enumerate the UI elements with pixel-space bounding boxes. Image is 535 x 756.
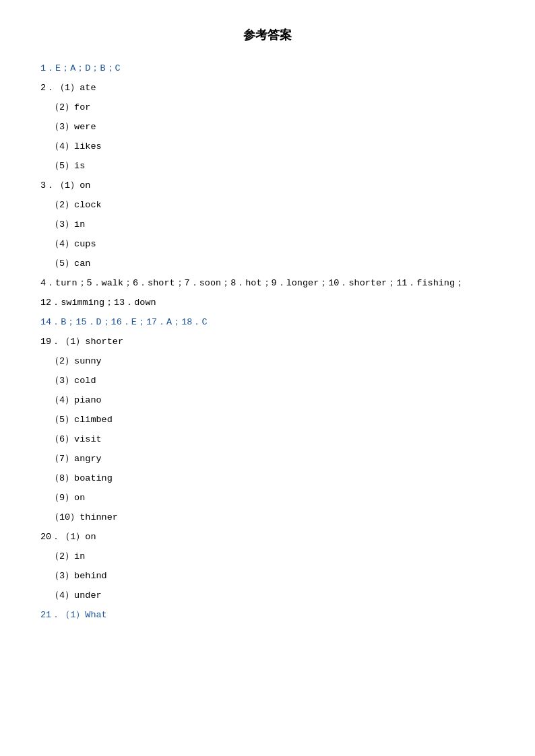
answer-3-2: （2）clock [50, 196, 495, 214]
page-title: 参考答案 [40, 27, 495, 43]
answer-19-6: （6）visit [50, 430, 495, 448]
answer-1: 1．E；A；D；B；C [40, 59, 495, 77]
answer-19-10: （10）thinner [50, 508, 495, 526]
answer-3-1: 3．（1）on [40, 176, 495, 195]
answer-19-8: （8）boating [50, 469, 495, 487]
answer-2-1: 2．（1）ate [40, 79, 495, 97]
answer-2-2: （2）for [50, 98, 495, 116]
answer-2-4: （4）likes [50, 137, 495, 156]
answer-4-line2: 12．swimming；13．down [40, 294, 495, 312]
answer-21-1: 21．（1）What [40, 606, 495, 624]
answer-20-3: （3）behind [50, 567, 495, 585]
answer-3-3: （3）in [50, 215, 495, 234]
answer-19-3: （3）cold [50, 372, 495, 390]
answer-14: 14．B；15．D；16．E；17．A；18．C [40, 313, 495, 331]
answer-20-2: （2）in [50, 547, 495, 565]
answer-4-line1: 4．turn；5．walk；6．short；7．soon；8．hot；9．lon… [40, 274, 495, 292]
answer-19-5: （5）climbed [50, 411, 495, 429]
answer-3-4: （4）cups [50, 235, 495, 253]
answer-3-5: （5）can [50, 254, 495, 273]
answer-19-1: 19．（1）shorter [40, 333, 495, 351]
answer-container: 1．E；A；D；B；C 2．（1）ate （2）for （3）were （4）l… [40, 59, 495, 624]
answer-2-3: （3）were [50, 118, 495, 136]
answer-19-4: （4）piano [50, 391, 495, 409]
answer-19-9: （9）on [50, 489, 495, 507]
answer-19-7: （7）angry [50, 450, 495, 468]
answer-20-4: （4）under [50, 586, 495, 605]
answer-19-2: （2）sunny [50, 352, 495, 370]
answer-2-5: （5）is [50, 157, 495, 175]
answer-20-1: 20．（1）on [40, 528, 495, 546]
